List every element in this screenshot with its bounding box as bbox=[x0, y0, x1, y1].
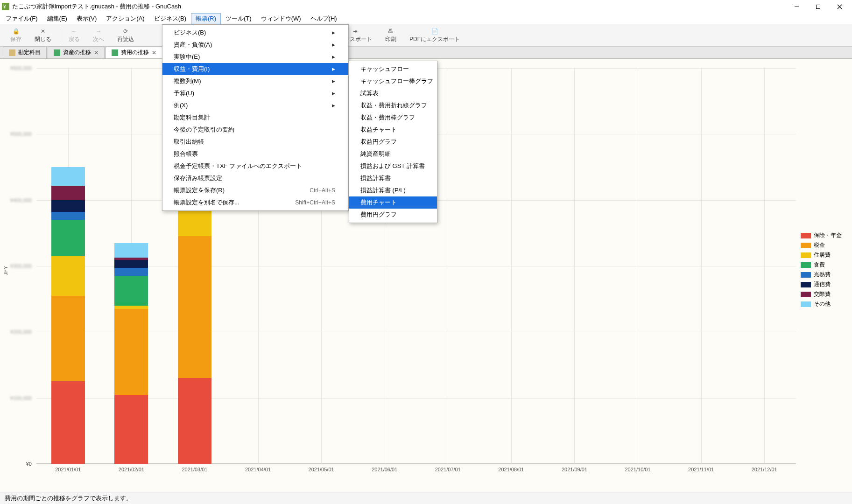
tab-close-icon[interactable]: ✕ bbox=[152, 49, 156, 56]
bar-segment bbox=[51, 200, 85, 212]
menu-item[interactable]: 資産・負債(A) bbox=[162, 39, 348, 51]
app-icon: ¥ bbox=[2, 3, 9, 10]
menu-item[interactable]: 実験中(E) bbox=[162, 51, 348, 63]
x-tick-label: 2021/05/01 bbox=[309, 467, 334, 472]
menu-item[interactable]: 試算表 bbox=[349, 87, 437, 99]
menu-item[interactable]: 帳票設定を保存(R)Ctrl+Alt+S bbox=[162, 184, 348, 196]
bar-segment bbox=[51, 296, 85, 382]
menu-item[interactable]: 複数列(M) bbox=[162, 75, 348, 87]
menu-business[interactable]: ビジネス(B) bbox=[149, 13, 191, 24]
chart-icon bbox=[54, 49, 60, 56]
bar-segment bbox=[51, 167, 85, 186]
legend-swatch bbox=[801, 243, 811, 248]
menu-item[interactable]: 収益・費用(I) bbox=[162, 63, 348, 75]
tool-reload[interactable]: ⟳再読込 bbox=[111, 26, 141, 44]
menu-tools[interactable]: ツール(T) bbox=[221, 13, 256, 24]
menu-item[interactable]: 保存済み帳票設定 bbox=[162, 172, 348, 184]
menu-item[interactable]: ビジネス(B) bbox=[162, 27, 348, 39]
menu-item[interactable]: 損益および GST 計算書 bbox=[349, 160, 437, 172]
accounts-icon bbox=[9, 49, 15, 56]
tool-back[interactable]: ←戻る bbox=[62, 26, 86, 44]
window-title: たこぶつ家計簿importテスト.gnucash - 費用の推移 - GnuCa… bbox=[12, 2, 786, 11]
legend-item[interactable]: 住居費 bbox=[801, 251, 849, 259]
menu-item[interactable]: 収益・費用棒グラフ bbox=[349, 112, 437, 124]
legend-swatch bbox=[801, 282, 811, 287]
maximize-button[interactable] bbox=[807, 0, 829, 13]
x-tick-label: 2021/09/01 bbox=[562, 467, 587, 472]
legend-item[interactable]: 交際費 bbox=[801, 290, 849, 298]
tab-expenses-trend[interactable]: 費用の推移 ✕ bbox=[106, 46, 162, 58]
pdf-icon: 📄 bbox=[431, 27, 438, 35]
legend-item[interactable]: 通信費 bbox=[801, 280, 849, 288]
menu-item[interactable]: 予算(U) bbox=[162, 87, 348, 99]
menu-item[interactable]: 純資産明細 bbox=[349, 148, 437, 160]
window-controls bbox=[786, 0, 850, 13]
menu-item[interactable]: キャッシュフロー bbox=[349, 63, 437, 75]
menu-reports[interactable]: 帳票(R) bbox=[191, 13, 221, 24]
tool-close[interactable]: ✕閉じる bbox=[28, 26, 58, 44]
menu-item[interactable]: 税金予定帳票・TXF ファイルへのエクスポート bbox=[162, 160, 348, 172]
legend-label: 住居費 bbox=[814, 251, 831, 259]
save-icon: 🔒 bbox=[13, 27, 20, 35]
bar-segment bbox=[51, 186, 85, 200]
menu-item[interactable]: 損益計算書 (P/L) bbox=[349, 184, 437, 196]
menu-help[interactable]: ヘルプ(H) bbox=[306, 13, 342, 24]
menubar: ファイル(F) 編集(E) 表示(V) アクション(A) ビジネス(B) 帳票(… bbox=[0, 13, 852, 24]
menu-edit[interactable]: 編集(E) bbox=[42, 13, 72, 24]
menu-item[interactable]: 費用チャート bbox=[349, 196, 437, 209]
legend-item[interactable]: 税金 bbox=[801, 241, 849, 249]
tab-close-icon[interactable]: ✕ bbox=[94, 49, 99, 56]
menu-item[interactable]: 収益・費用折れ線グラフ bbox=[349, 99, 437, 112]
menu-file[interactable]: ファイル(F) bbox=[1, 13, 42, 24]
bar-segment bbox=[114, 306, 148, 309]
menu-item[interactable]: 勘定科目集計 bbox=[162, 112, 348, 124]
menu-item[interactable]: 収益チャート bbox=[349, 124, 437, 136]
svg-rect-3 bbox=[816, 5, 820, 8]
x-tick-label: 2021/10/01 bbox=[625, 467, 651, 472]
y-tick-label: ¥500,000 bbox=[10, 131, 32, 137]
menu-item[interactable]: 例(X) bbox=[162, 99, 348, 112]
tab-assets-trend[interactable]: 資産の推移 ✕ bbox=[48, 46, 105, 58]
minimize-button[interactable] bbox=[786, 0, 807, 13]
close-icon: ✕ bbox=[41, 27, 45, 35]
legend-label: 食費 bbox=[814, 261, 825, 269]
menu-item[interactable]: 今後の予定取引の要約 bbox=[162, 124, 348, 136]
menu-item[interactable]: キャッシュフロー棒グラフ bbox=[349, 75, 437, 87]
menu-view[interactable]: 表示(V) bbox=[72, 13, 101, 24]
tool-forward[interactable]: →次へ bbox=[86, 26, 111, 44]
x-tick-label: 2021/02/01 bbox=[119, 467, 144, 472]
legend-item[interactable]: 光熱費 bbox=[801, 271, 849, 279]
y-tick-label: ¥0 bbox=[26, 461, 32, 467]
tool-save[interactable]: 🔒保存 bbox=[4, 26, 28, 44]
bar-segment bbox=[51, 212, 85, 220]
forward-icon: → bbox=[96, 27, 101, 35]
y-tick-label: ¥600,000 bbox=[10, 65, 32, 71]
close-button[interactable] bbox=[829, 0, 850, 13]
svg-rect-6 bbox=[9, 49, 15, 56]
x-tick-label: 2021/07/01 bbox=[435, 467, 461, 472]
menu-action[interactable]: アクション(A) bbox=[101, 13, 149, 24]
bar-column bbox=[51, 167, 85, 464]
menu-window[interactable]: ウィンドウ(W) bbox=[256, 13, 306, 24]
legend-label: 税金 bbox=[814, 241, 825, 249]
menu-item[interactable]: 帳票設定を別名で保存...Shift+Ctrl+Alt+S bbox=[162, 196, 348, 209]
bar-segment bbox=[51, 220, 85, 256]
print-icon: 🖶 bbox=[388, 27, 394, 35]
menu-item[interactable]: 損益計算書 bbox=[349, 172, 437, 184]
tab-accounts[interactable]: 勘定科目 bbox=[3, 46, 47, 58]
legend-item[interactable]: 保険・年金 bbox=[801, 231, 849, 239]
bar-segment bbox=[178, 236, 211, 378]
menu-item[interactable]: 取引出納帳 bbox=[162, 136, 348, 148]
tool-pdf-export[interactable]: 📄PDFにエクスポート bbox=[403, 26, 466, 44]
tool-print[interactable]: 🖶印刷 bbox=[379, 26, 403, 44]
legend-swatch bbox=[801, 272, 811, 278]
menu-item[interactable]: 照合帳票 bbox=[162, 148, 348, 160]
status-text: 費用の期間ごとの推移をグラフで表示します。 bbox=[5, 494, 132, 503]
menu-item[interactable]: 収益円グラフ bbox=[349, 136, 437, 148]
legend-swatch bbox=[801, 233, 811, 238]
bar-column bbox=[114, 243, 148, 464]
menu-item[interactable]: 費用円グラフ bbox=[349, 209, 437, 221]
legend-item[interactable]: その他 bbox=[801, 300, 849, 308]
legend-item[interactable]: 食費 bbox=[801, 261, 849, 269]
legend-label: 通信費 bbox=[814, 280, 831, 288]
